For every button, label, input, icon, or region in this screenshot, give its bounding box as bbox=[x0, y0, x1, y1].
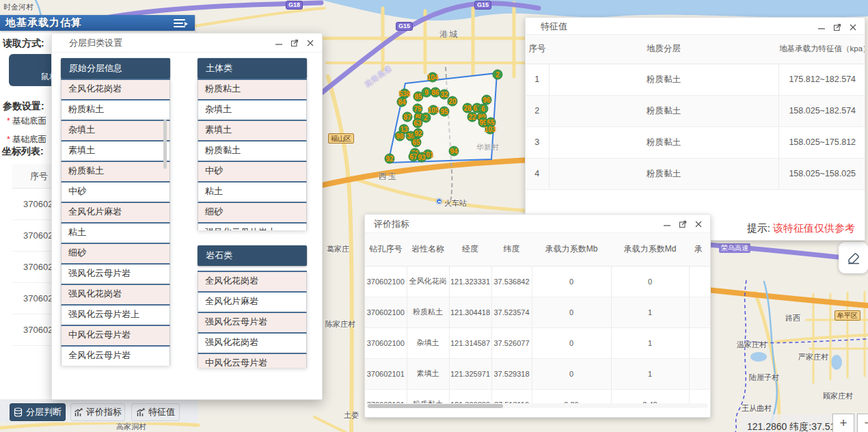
rock-class-item[interactable]: 全风化花岗岩 bbox=[198, 272, 307, 293]
minimize-icon[interactable] bbox=[662, 219, 672, 229]
indicator-cell: 粉质粘土 bbox=[407, 297, 449, 327]
eigenvalue-row[interactable]: 2粉质黏土158.025~182.574 bbox=[526, 95, 865, 126]
eigenvalue-row[interactable]: 1粉质黏土175.812~182.574 bbox=[526, 64, 865, 95]
indicator-row[interactable]: 370602100杂填土121.31458737.52607701 bbox=[365, 327, 710, 358]
source-layer-item[interactable]: 全风化云母片岩 bbox=[61, 347, 170, 366]
map-marker[interactable]: 98 bbox=[395, 131, 405, 141]
indicator-cell: 37.513116 bbox=[491, 389, 532, 404]
close-icon[interactable] bbox=[848, 23, 858, 32]
source-layer-item[interactable]: 强风化云母片岩上 bbox=[61, 306, 170, 326]
indicator-cell: 全风化花岗 bbox=[407, 266, 449, 297]
indicator-cell: 1 bbox=[611, 297, 689, 327]
eigenvalue-cell: 4 bbox=[526, 158, 549, 189]
maximize-icon[interactable] bbox=[290, 38, 299, 48]
soil-class-item[interactable]: 粘土 bbox=[198, 183, 307, 203]
indicator-cell: 370602101 bbox=[365, 358, 407, 389]
source-layer-item[interactable]: 中风化云母片岩 bbox=[61, 326, 170, 347]
source-layer-item[interactable]: 强风化云母片岩 bbox=[61, 265, 170, 285]
eigenvalue-cell: 158.025~158.025 bbox=[778, 158, 865, 189]
source-layer-item[interactable]: 粉质粘土 bbox=[61, 100, 170, 121]
horizontal-scrollbar-thumb[interactable] bbox=[368, 404, 503, 408]
rock-class-item[interactable]: 中风化云母片岩 bbox=[198, 354, 307, 368]
soil-class-item[interactable]: 杂填土 bbox=[198, 100, 307, 121]
maximize-icon[interactable] bbox=[678, 219, 688, 229]
indicator-cell: 370602100 bbox=[365, 327, 407, 358]
map-marker[interactable]: 93 bbox=[417, 152, 427, 163]
param-field-label: 基础底面 bbox=[12, 116, 46, 126]
zoom-out-button[interactable]: − bbox=[857, 414, 868, 432]
map-marker[interactable]: 87 bbox=[403, 112, 413, 122]
map-marker[interactable]: 20 bbox=[448, 96, 458, 107]
rock-class-item[interactable]: 强风化花岗岩 bbox=[198, 334, 307, 354]
indicator-row[interactable]: 370602101素填土121.32597137.52931801 bbox=[365, 358, 710, 389]
eigenvalue-row[interactable]: 4粉质黏土158.025~158.025 bbox=[526, 158, 865, 189]
source-layer-item[interactable]: 粉质黏土 bbox=[61, 162, 170, 183]
indicator-cell: 37.536842 bbox=[491, 266, 532, 297]
eigenvalue-cell: 1 bbox=[526, 64, 549, 95]
indicator-row[interactable]: 370602100粉质粘土121.30441837.52357401 bbox=[365, 297, 710, 327]
indicator-cell: 37.529318 bbox=[491, 358, 532, 389]
indicator-cell: 2.42 bbox=[611, 389, 689, 404]
indicator-cell: 37.526077 bbox=[491, 327, 532, 358]
map-marker[interactable]: 65 bbox=[411, 137, 422, 148]
source-layer-item[interactable]: 杂填土 bbox=[61, 121, 170, 141]
close-icon[interactable] bbox=[694, 219, 703, 229]
indicator-cell bbox=[689, 297, 710, 327]
soil-class-item[interactable]: 粉质粘土 bbox=[198, 80, 307, 100]
zoom-in-button[interactable]: + bbox=[832, 414, 854, 432]
app-title: 地基承载力估算 bbox=[5, 16, 173, 29]
map-marker[interactable]: 2 bbox=[493, 70, 503, 80]
soil-class-item[interactable]: 粉质黏土 bbox=[198, 141, 307, 162]
source-layer-item[interactable]: 中砂 bbox=[61, 183, 170, 203]
list-scrollbar-thumb[interactable] bbox=[163, 120, 167, 169]
map-marker[interactable]: 22 bbox=[467, 112, 478, 122]
indicator-cell: 0 bbox=[611, 266, 689, 297]
source-layer-item[interactable]: 全风化片麻岩 bbox=[61, 203, 170, 224]
menu-icon[interactable] bbox=[173, 18, 189, 29]
eigenvalue-column-header: 地基承载力特征值（kpa） bbox=[778, 35, 865, 64]
soil-class-item[interactable]: 中砂 bbox=[198, 162, 307, 183]
source-layer-item[interactable]: 细砂 bbox=[61, 244, 170, 265]
map-marker[interactable]: 63 bbox=[413, 118, 423, 129]
eigenvalue-row[interactable]: 3粉质黏土158.025~175.812 bbox=[526, 126, 865, 158]
eval-indicator-button[interactable]: 评价指标 bbox=[70, 403, 125, 421]
indicator-cell: 370602100 bbox=[365, 297, 407, 327]
eraser-button[interactable] bbox=[839, 242, 868, 273]
chart-icon bbox=[136, 408, 145, 417]
map-marker[interactable]: 95 bbox=[439, 107, 450, 117]
indicator-row[interactable]: 370602100全风化花岗121.32333137.53684200 bbox=[365, 266, 710, 297]
map-marker[interactable]: 84 bbox=[397, 97, 407, 107]
indicator-cell: 0 bbox=[532, 266, 611, 297]
indicator-column-header: 岩性名称 bbox=[407, 233, 449, 266]
close-icon[interactable] bbox=[306, 38, 315, 48]
indicator-cell: 粉质黏土 bbox=[407, 389, 449, 404]
source-layer-item[interactable]: 全风化花岗岩 bbox=[61, 80, 170, 100]
minimize-icon[interactable] bbox=[274, 38, 284, 48]
eigenvalue-cell: 158.025~175.812 bbox=[778, 126, 865, 158]
map-marker[interactable]: 103 bbox=[485, 124, 496, 135]
map-marker[interactable]: 104 bbox=[428, 72, 438, 83]
eigenvalue-cell: 158.025~182.574 bbox=[778, 95, 865, 126]
indicator-row[interactable]: 370602101粉质黏土121.30688937.5131160.262.42 bbox=[365, 389, 710, 404]
minimize-icon[interactable] bbox=[817, 23, 826, 32]
maximize-icon[interactable] bbox=[832, 23, 842, 32]
indicator-panel-header[interactable]: 评价指标 bbox=[365, 215, 710, 233]
soil-class-item[interactable]: 细砂 bbox=[198, 203, 307, 224]
eigenvalue-cell: 粉质黏土 bbox=[549, 158, 778, 189]
layer-judge-button[interactable]: 分层判断 bbox=[10, 403, 66, 421]
source-layer-item[interactable]: 强风化花岗岩 bbox=[61, 285, 170, 306]
soil-class-item[interactable]: 强风化云母片岩上 bbox=[198, 224, 307, 230]
indicator-column-header: 钻孔序号 bbox=[365, 233, 407, 266]
rock-class-item[interactable]: 强风化云母片岩 bbox=[198, 313, 307, 334]
source-layer-item[interactable]: 素填土 bbox=[61, 141, 170, 162]
rock-class-item[interactable]: 全风化片麻岩 bbox=[198, 293, 307, 313]
map-marker[interactable]: 92 bbox=[385, 154, 395, 164]
classify-dialog-header[interactable]: 分层归类设置 bbox=[52, 33, 322, 53]
indicator-cell: 0.26 bbox=[532, 389, 611, 404]
indicator-cell: 370602101 bbox=[365, 389, 407, 404]
soil-class-item[interactable]: 素填土 bbox=[198, 121, 307, 141]
map-marker[interactable]: 94 bbox=[449, 146, 459, 157]
eigenvalue-panel-header[interactable]: 特征值 bbox=[526, 18, 865, 35]
source-layer-item[interactable]: 粘土 bbox=[61, 224, 170, 244]
eigenvalue-button[interactable]: 特征值 bbox=[131, 403, 180, 421]
